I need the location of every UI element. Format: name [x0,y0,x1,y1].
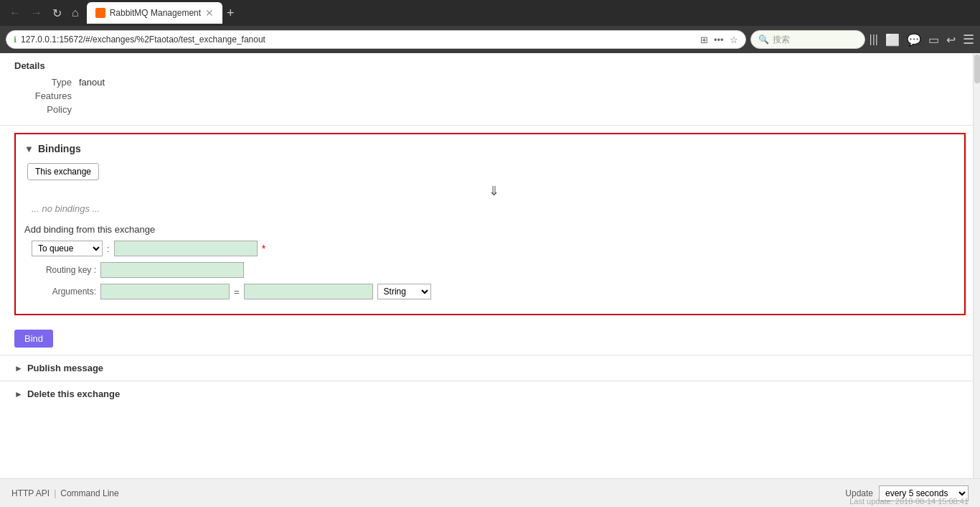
browser-chrome: ← → ↻ ⌂ RabbitMQ Management ✕ + [0,0,980,26]
arguments-label: Arguments: [32,287,96,297]
delete-exchange-title: Delete this exchange [27,389,120,399]
features-label: Features [22,90,79,101]
no-bindings-text: ... no bindings ... [32,203,948,214]
search-box[interactable]: 🔍 搜索 [750,30,865,49]
chat-icon[interactable]: 💬 [907,33,921,47]
page-footer: HTTP API | Command Line Update every 5 s… [0,478,980,507]
search-icon: 🔍 [758,34,769,45]
publish-message-title: Publish message [27,363,103,373]
publish-message-section: ► Publish message [0,355,980,381]
bindings-title: Bindings [38,143,81,154]
bindings-body: This exchange ⇓ ... no bindings ... Add … [24,163,956,299]
reload-button[interactable]: ↻ [49,5,65,22]
publish-message-arrow-icon: ► [14,363,23,373]
delete-exchange-header[interactable]: ► Delete this exchange [14,389,966,399]
toolbar-icons: ||| ⬜ 💬 ▭ ↩ ☰ [870,32,974,47]
add-binding-label: Add binding from this exchange [24,224,956,235]
footer-left: HTTP API | Command Line [11,488,119,498]
command-line-link[interactable]: Command Line [60,488,118,498]
publish-message-header[interactable]: ► Publish message [14,363,966,373]
url-text: 127.0.0.1:15672/#/exchanges/%2Ftaotao/te… [21,34,696,45]
search-placeholder: 搜索 [773,34,790,46]
scrollbar-right[interactable] [973,53,980,478]
scrollbar-thumb[interactable] [974,55,980,83]
qr-icon[interactable]: ⊞ [700,34,708,45]
type-row: Type fanout [22,77,966,88]
address-bar[interactable]: ℹ 127.0.0.1:15672/#/exchanges/%2Ftaotao/… [6,30,746,49]
arrow-down-icon: ⇓ [32,183,956,199]
delete-exchange-arrow-icon: ► [14,389,23,399]
details-section: Details Type fanout Features Policy [0,53,980,126]
screenshot-icon[interactable]: ⬜ [885,33,900,47]
policy-label: Policy [22,104,79,115]
routing-key-input[interactable] [100,262,244,278]
home-button[interactable]: ⌂ [68,5,83,21]
delete-exchange-section: ► Delete this exchange [0,381,980,406]
tab-close-icon[interactable]: ✕ [205,8,214,18]
bookmarks-icon[interactable]: ||| [870,33,878,46]
page-content: Details Type fanout Features Policy ▼ Bi… [0,53,980,507]
http-api-link[interactable]: HTTP API [11,488,50,498]
to-queue-select[interactable]: To queue To exchange [32,241,103,256]
this-exchange-button[interactable]: This exchange [27,163,99,180]
details-table: Type fanout Features Policy [22,77,966,115]
required-star: * [262,243,265,254]
arguments-row: Arguments: = String Number Boolean [32,284,956,299]
arguments-key-input[interactable] [100,284,230,299]
browser-tab[interactable]: RabbitMQ Management ✕ [87,2,222,24]
more-icon[interactable]: ••• [714,34,724,45]
address-bar-icons: ⊞ ••• ☆ [700,34,738,45]
to-queue-row: To queue To exchange : * [32,241,956,256]
bindings-collapse-icon[interactable]: ▼ [24,144,34,154]
bookmark-icon[interactable]: ☆ [730,34,738,45]
back-button[interactable]: ← [6,5,24,21]
address-bar-row: ℹ 127.0.0.1:15672/#/exchanges/%2Ftaotao/… [0,26,980,53]
colon-separator: : [107,243,110,254]
routing-key-label: Routing key : [32,265,96,275]
routing-key-row: Routing key : [32,262,956,278]
menu-icon[interactable]: ☰ [963,32,974,47]
history-icon[interactable]: ↩ [946,33,956,47]
type-label: Type [22,77,79,88]
policy-row: Policy [22,104,966,115]
sidebar-icon[interactable]: ▭ [928,33,939,47]
footer-separator: | [54,488,56,498]
tab-title: RabbitMQ Management [110,8,201,18]
type-value: fanout [79,77,105,88]
lock-icon: ℹ [14,35,17,45]
features-row: Features [22,90,966,101]
nav-buttons: ← → ↻ ⌂ [6,5,83,22]
details-title: Details [14,60,966,71]
new-tab-button[interactable]: + [227,6,235,21]
to-queue-input[interactable] [114,241,258,256]
tab-favicon [95,8,105,18]
arguments-type-select[interactable]: String Number Boolean [377,284,431,299]
bindings-section: ▼ Bindings This exchange ⇓ ... no bindin… [14,133,966,315]
bind-button[interactable]: Bind [14,330,53,348]
last-update-text: Last update: 2018-08-14 15:08:41 [849,497,969,506]
binding-form: To queue To exchange : * Routing key : A… [32,241,956,299]
equals-sign: = [234,287,240,297]
forward-button[interactable]: → [27,5,46,21]
arguments-value-input[interactable] [244,284,373,299]
bindings-header: ▼ Bindings [24,143,956,154]
